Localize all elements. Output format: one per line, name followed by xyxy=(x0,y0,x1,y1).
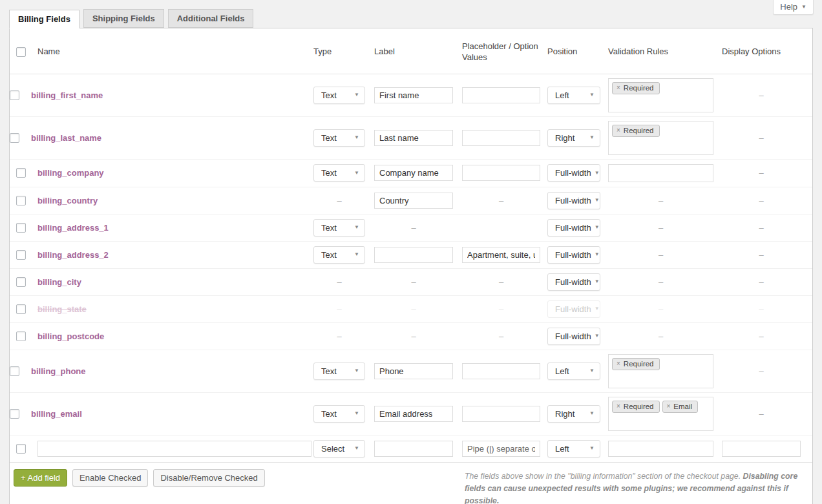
label-input[interactable] xyxy=(374,193,453,209)
display-options-input[interactable] xyxy=(722,441,801,457)
remove-chip-icon[interactable]: × xyxy=(616,85,620,91)
add-field-button[interactable]: + Add field xyxy=(14,469,67,487)
checkbox-cell xyxy=(10,268,31,295)
panel-footer: + Add field Enable Checked Disable/Remov… xyxy=(10,462,812,504)
field-name-link[interactable]: billing_address_2 xyxy=(37,250,109,260)
position-cell: Full-width▼ xyxy=(547,187,608,214)
validation-rules[interactable] xyxy=(608,441,713,457)
row-checkbox[interactable] xyxy=(16,223,26,233)
enable-checked-button[interactable]: Enable Checked xyxy=(72,469,148,487)
field-name-link[interactable]: billing_city xyxy=(37,277,81,287)
row-checkbox[interactable] xyxy=(16,304,26,314)
placeholder-cell: – xyxy=(462,295,547,322)
position-select[interactable]: Full-width▼ xyxy=(547,328,600,345)
type-select[interactable]: Text▼ xyxy=(313,219,365,236)
type-select[interactable]: Text▼ xyxy=(313,362,365,380)
remove-chip-icon[interactable]: × xyxy=(616,403,620,410)
validation-chip[interactable]: ×Required xyxy=(612,358,660,370)
row-checkbox[interactable] xyxy=(10,90,19,100)
position-select[interactable]: Left▼ xyxy=(547,87,600,104)
position-select[interactable]: Full-width▼ xyxy=(547,219,600,236)
type-select[interactable]: Text▼ xyxy=(313,405,365,423)
row-checkbox[interactable] xyxy=(10,366,19,376)
field-name-link[interactable]: billing_first_name xyxy=(31,90,103,100)
field-name-link[interactable]: billing_company xyxy=(37,168,104,178)
placeholder-input[interactable] xyxy=(462,130,540,146)
label-input[interactable] xyxy=(374,165,453,181)
placeholder-input[interactable] xyxy=(462,87,540,103)
validation-rules-box[interactable]: ×Required xyxy=(608,78,713,112)
label-input[interactable] xyxy=(374,87,453,103)
position-select[interactable]: Full-width▼ xyxy=(547,246,600,264)
validation-chip[interactable]: ×Required xyxy=(612,82,660,94)
position-select[interactable]: Full-width▼ xyxy=(547,192,600,209)
label-input[interactable] xyxy=(374,406,453,422)
label-input[interactable] xyxy=(374,441,453,457)
row-checkbox[interactable] xyxy=(16,250,26,260)
type-select[interactable]: Text▼ xyxy=(313,129,365,147)
remove-chip-icon[interactable]: × xyxy=(616,127,620,134)
validation-chip[interactable]: ×Email xyxy=(662,401,699,413)
field-name-link[interactable]: billing_address_1 xyxy=(37,223,109,233)
field-name-link[interactable]: billing_country xyxy=(37,196,98,205)
row-checkbox[interactable] xyxy=(16,277,26,287)
placeholder-input[interactable] xyxy=(462,406,540,422)
position-select[interactable]: Full-width▼ xyxy=(547,273,600,291)
placeholder-input[interactable] xyxy=(462,363,540,379)
label-input[interactable] xyxy=(374,363,453,379)
type-select[interactable]: Text▼ xyxy=(313,164,365,182)
type-select-value: Text xyxy=(321,366,337,376)
type-select[interactable]: Text▼ xyxy=(313,246,365,264)
chevron-down-icon: ▼ xyxy=(589,135,595,140)
validation-chip[interactable]: ×Required xyxy=(612,401,660,413)
validation-rules-box[interactable] xyxy=(608,164,713,182)
type-select[interactable]: Text▼ xyxy=(313,87,365,104)
field-name-link[interactable]: billing_email xyxy=(31,409,82,419)
tab-shipping-fields[interactable]: Shipping Fields xyxy=(83,9,164,28)
chevron-down-icon: ▼ xyxy=(595,333,600,339)
validation-rules-box[interactable]: ×Required×Email xyxy=(608,397,713,431)
validation-chip[interactable]: ×Required xyxy=(612,125,660,137)
position-select[interactable]: Left▼ xyxy=(547,440,600,457)
row-checkbox[interactable] xyxy=(10,409,19,419)
placeholder-cell xyxy=(462,392,547,435)
position-select[interactable]: Right▼ xyxy=(547,129,600,147)
field-name-link[interactable]: billing_postcode xyxy=(37,331,104,341)
field-name-link[interactable]: billing_last_name xyxy=(31,133,101,143)
tab-billing-fields[interactable]: Billing Fields xyxy=(9,10,79,28)
validation-rules-box[interactable]: ×Required xyxy=(608,354,713,388)
field-name-link[interactable]: billing_phone xyxy=(31,366,86,376)
placeholder-cell xyxy=(462,435,547,462)
label-input[interactable] xyxy=(374,130,453,146)
row-checkbox[interactable] xyxy=(16,168,26,178)
disable-remove-checked-button[interactable]: Disable/Remove Checked xyxy=(153,469,264,487)
validation-cell: – xyxy=(608,187,722,214)
checkout-field-editor-page: Help ▼ Billing FieldsShipping FieldsAddi… xyxy=(0,0,822,504)
placeholder-input[interactable] xyxy=(462,441,540,457)
position-select-value: Right xyxy=(555,133,574,143)
tab-additional-fields[interactable]: Additional Fields xyxy=(168,9,254,28)
position-select-value: Full-width xyxy=(555,250,591,260)
display-cell: – xyxy=(722,350,812,392)
dash: – xyxy=(462,196,540,205)
select-all-checkbox[interactable] xyxy=(16,47,26,57)
position-cell: Full-width▼ xyxy=(547,268,608,295)
remove-chip-icon[interactable]: × xyxy=(667,403,671,410)
row-checkbox[interactable] xyxy=(16,331,26,341)
label-input[interactable] xyxy=(374,247,453,263)
field-name-input[interactable] xyxy=(37,441,311,457)
remove-chip-icon[interactable]: × xyxy=(616,361,620,367)
row-checkbox[interactable] xyxy=(16,196,26,205)
table-row: billing_address_2Text▼Full-width▼–– xyxy=(10,241,812,268)
dash: – xyxy=(722,196,801,205)
placeholder-input[interactable] xyxy=(462,165,540,181)
row-checkbox[interactable] xyxy=(10,133,19,143)
position-select[interactable]: Left▼ xyxy=(547,362,600,380)
table-row: billing_state–––Full-width▼–– xyxy=(10,295,812,322)
row-checkbox[interactable] xyxy=(16,444,26,454)
position-select[interactable]: Full-width▼ xyxy=(547,164,600,182)
validation-rules-box[interactable]: ×Required xyxy=(608,121,713,155)
placeholder-input[interactable] xyxy=(462,247,540,263)
type-select[interactable]: Select▼ xyxy=(313,440,365,457)
position-select[interactable]: Right▼ xyxy=(547,405,600,423)
